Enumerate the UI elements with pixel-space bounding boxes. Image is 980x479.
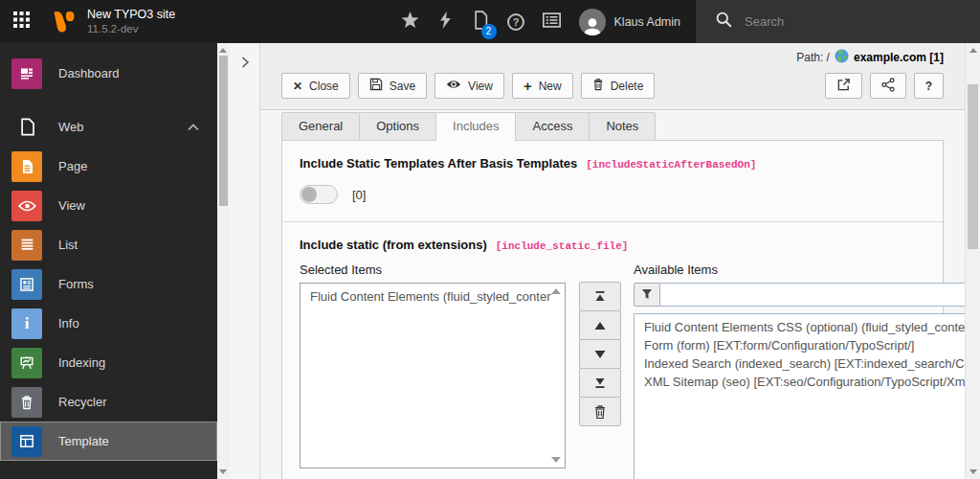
help-button[interactable]: ?	[499, 0, 534, 43]
scroll-up-arrow[interactable]	[551, 288, 561, 294]
sidebar-item-web[interactable]: Web	[0, 107, 217, 147]
available-items-filter-input[interactable]	[659, 283, 965, 307]
new-button[interactable]: + New	[512, 73, 573, 99]
scroll-down-arrow[interactable]	[219, 469, 227, 474]
docheader-help-button[interactable]: ?	[914, 73, 944, 99]
available-items-list[interactable]: Fluid Content Elements CSS (optional) (f…	[634, 313, 965, 479]
help-label: ?	[925, 80, 932, 93]
modulemenu-scrollbar[interactable]	[217, 43, 230, 479]
field-title: Include Static Templates After Basis Tem…	[300, 156, 577, 171]
bookmark-button[interactable]	[392, 0, 428, 43]
user-menu[interactable]: Klaus Admin	[569, 0, 696, 43]
move-up-button[interactable]	[579, 310, 621, 340]
sidebar-item-label: Template	[58, 434, 109, 448]
sidebar-item-info[interactable]: i Info	[0, 304, 217, 343]
search-icon	[716, 11, 732, 32]
remove-item-button[interactable]	[579, 397, 621, 426]
tab-general[interactable]: General	[281, 112, 360, 140]
module-body: General Options Includes Access Notes In…	[260, 110, 965, 479]
eye-icon	[11, 191, 42, 221]
field-code: [includeStaticAfterBasedOn]	[586, 159, 756, 171]
move-to-bottom-button[interactable]	[579, 368, 621, 398]
view-button[interactable]: View	[434, 73, 504, 99]
global-search-input[interactable]: Search	[696, 0, 980, 43]
selected-items-list[interactable]: Fluid Content Elements (fluid_styled_con…	[300, 283, 566, 468]
list-item[interactable]: Fluid Content Elements (fluid_styled_con…	[301, 284, 551, 306]
sidebar-item-dashboard[interactable]: Dashboard	[0, 54, 217, 93]
section-include-static: Include static (from extensions) [includ…	[282, 221, 943, 479]
move-down-button[interactable]	[579, 339, 621, 369]
opendocs-button[interactable]: 2	[463, 0, 499, 43]
expand-pagetree-button[interactable]	[235, 53, 255, 72]
static-after-toggle[interactable]	[300, 185, 338, 204]
sidebar-item-label: List	[58, 238, 78, 252]
scroll-down-arrow[interactable]	[551, 457, 561, 463]
sidebar-item-label: Dashboard	[58, 66, 120, 80]
site-title: New TYPO3 site	[87, 8, 175, 23]
toggle-knob	[301, 187, 317, 202]
scroll-down-arrow[interactable]	[969, 469, 977, 474]
module-grid-button[interactable]	[0, 0, 43, 43]
share-icon	[881, 78, 895, 95]
site-title-block[interactable]: New TYPO3 site 11.5.2-dev	[87, 0, 175, 43]
list-item[interactable]: XML Sitemap (seo) [EXT:seo/Configuration…	[635, 373, 965, 391]
funnel-icon	[641, 286, 653, 304]
save-button[interactable]: Save	[358, 73, 427, 99]
filter-button[interactable]	[634, 283, 660, 307]
grid-icon	[13, 11, 30, 32]
sidebar-item-label: Recycler	[58, 395, 107, 409]
open-in-new-window-button[interactable]	[825, 73, 862, 99]
section-static-after: Include Static Templates After Basis Tem…	[282, 141, 943, 221]
scrollbar-thumb[interactable]	[968, 84, 978, 249]
site-version: 11.5.2-dev	[87, 22, 175, 35]
breadcrumb: Path: / example.com [1]	[281, 49, 944, 66]
field-title: Include static (from extensions)	[300, 238, 487, 252]
close-icon: ✕	[293, 80, 302, 93]
open-in-new-window-icon	[836, 78, 851, 95]
save-icon	[369, 78, 383, 94]
trash-icon	[11, 387, 42, 418]
scroll-up-arrow[interactable]	[219, 48, 227, 53]
list-item[interactable]: Fluid Content Elements CSS (optional) (f…	[635, 314, 965, 336]
topbar: New TYPO3 site 11.5.2-dev 2 ?	[0, 0, 980, 43]
available-items-label: Available Items	[634, 262, 965, 277]
list-item[interactable]: Indexed Search (indexed_search) [EXT:ind…	[635, 354, 965, 373]
sidebar-item-page[interactable]: Page	[0, 147, 217, 186]
sidebar-spacer	[0, 93, 217, 107]
main-scrollbar[interactable]	[965, 43, 980, 479]
tab-access[interactable]: Access	[515, 112, 590, 140]
scrollbar-thumb[interactable]	[219, 56, 228, 206]
move-to-top-button[interactable]	[579, 282, 621, 311]
content-area: Path: / example.com [1] ✕ Close	[260, 43, 965, 479]
tab-includes[interactable]: Includes	[435, 112, 516, 141]
clear-cache-button[interactable]	[428, 0, 463, 43]
sidebar-item-forms[interactable]: Forms	[0, 264, 217, 304]
sidebar-item-indexing[interactable]: Indexing	[0, 343, 217, 382]
tab-notes[interactable]: Notes	[589, 112, 656, 140]
systeminfo-button[interactable]	[534, 0, 569, 43]
tab-bar: General Options Includes Access Notes	[281, 112, 944, 140]
close-button[interactable]: ✕ Close	[281, 73, 350, 99]
dual-select: Selected Items Fluid Content Elements (f…	[300, 262, 925, 479]
sidebar-item-recycler[interactable]: Recycler	[0, 382, 217, 422]
path-page-title[interactable]: example.com [1]	[854, 51, 944, 64]
sidebar-item-template[interactable]: Template	[0, 422, 217, 461]
opendocs-count-badge: 2	[481, 24, 497, 39]
share-button[interactable]	[870, 73, 906, 99]
indexing-module-icon	[11, 348, 42, 378]
delete-button[interactable]: Delete	[581, 73, 656, 99]
sidebar-item-list[interactable]: List	[0, 225, 217, 264]
list-item[interactable]: Form (form) [EXT:form/Configuration/Typo…	[635, 336, 965, 354]
star-icon	[401, 11, 419, 33]
chevron-up-icon	[188, 120, 199, 134]
selected-items-label: Selected Items	[300, 262, 566, 277]
info-module-icon: i	[11, 308, 42, 339]
forms-module-icon	[11, 269, 42, 300]
sidebar-item-view[interactable]: View	[0, 186, 217, 225]
typo3-logo[interactable]	[51, 0, 78, 43]
scroll-up-arrow[interactable]	[969, 48, 977, 53]
tab-options[interactable]: Options	[359, 112, 436, 140]
field-code: [include_static_file]	[496, 240, 629, 252]
delete-trash-icon	[592, 78, 604, 94]
sidebar-item-label: Web	[58, 120, 84, 134]
